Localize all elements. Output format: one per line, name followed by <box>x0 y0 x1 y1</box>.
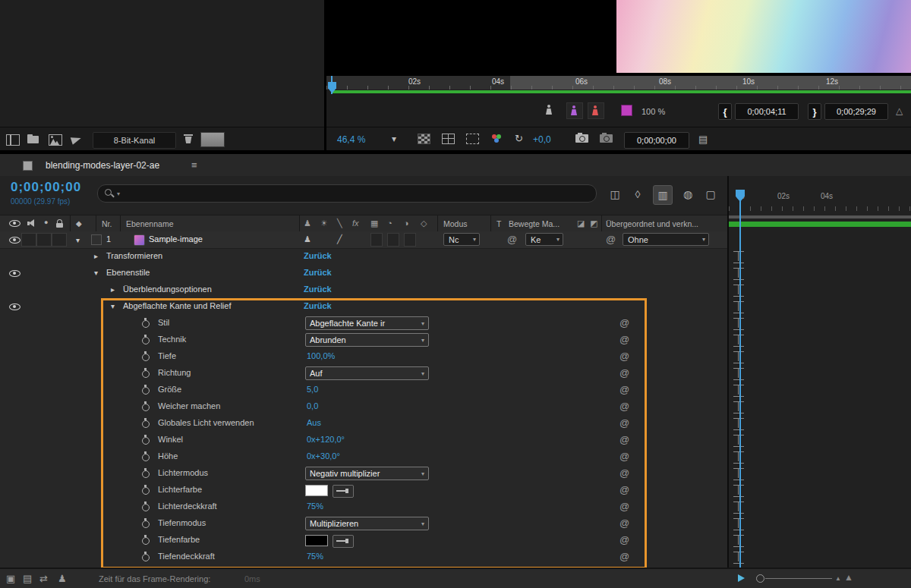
opacity-readout[interactable]: 100 % <box>641 107 665 116</box>
toggle-inout-pane-icon[interactable]: ⇄ <box>39 573 48 584</box>
property-dropdown[interactable]: Abgeflachte Kante ir▾ <box>305 316 429 330</box>
property-value[interactable]: 0,0 <box>307 401 318 410</box>
workspace-panel-icon[interactable] <box>6 134 20 146</box>
shy-column-icon[interactable]: ♟ <box>304 219 311 228</box>
solo-column-icon[interactable]: ● <box>44 219 48 226</box>
group-visibility-eye-icon[interactable] <box>9 303 20 310</box>
stopwatch-icon[interactable] <box>141 385 150 395</box>
show-snapshot-icon[interactable] <box>600 134 613 143</box>
expand-chevron-icon[interactable]: ▸ <box>94 252 98 260</box>
in-brace-button[interactable]: { <box>718 103 732 120</box>
switch-cell[interactable] <box>387 233 399 247</box>
stopwatch-icon[interactable] <box>141 418 150 429</box>
pickwhip-icon[interactable]: @ <box>619 434 629 445</box>
motion-blur-column-icon[interactable]: ◔ <box>387 219 392 228</box>
pickwhip-icon[interactable]: @ <box>619 384 629 395</box>
property-value[interactable]: 5,0 <box>307 385 318 394</box>
region-of-interest-icon[interactable] <box>466 134 479 144</box>
panel-menu-icon[interactable]: ≡ <box>191 159 197 171</box>
pickwhip-icon[interactable]: @ <box>619 351 629 362</box>
expand-chevron-icon[interactable]: ▾ <box>94 269 98 277</box>
delta-icon[interactable]: △ <box>896 105 903 116</box>
quick-preview-icon[interactable] <box>71 134 82 145</box>
draft-3d-icon[interactable]: ◊ <box>629 185 647 203</box>
layer-visibility-eye-icon[interactable] <box>9 237 20 244</box>
toggle-switches-pane-icon[interactable]: ▣ <box>6 573 15 584</box>
switch-cell[interactable] <box>370 233 383 247</box>
stopwatch-icon[interactable] <box>141 401 150 412</box>
collapse-column-icon[interactable]: ☀ <box>320 219 328 228</box>
current-time-field[interactable]: 0;00;00;00 <box>624 132 689 149</box>
reset-link[interactable]: Zurück <box>304 285 332 294</box>
quality-column-icon[interactable]: ╲ <box>337 219 342 228</box>
adjustment-column-icon[interactable]: ◑ <box>404 219 409 228</box>
timeline-zoom-slider[interactable] <box>765 578 832 579</box>
stopwatch-icon[interactable] <box>141 535 150 546</box>
property-value[interactable]: 0x+30,0° <box>307 451 340 461</box>
toggle-switches-columns-icon[interactable]: ▥ <box>653 185 673 205</box>
trash-icon[interactable] <box>184 134 193 143</box>
layer-row[interactable]: ▾ 1 Sample-image ♟ ╱ Nc ▾ @ Ke ▾ @ Ohne … <box>0 231 727 249</box>
track-matte-icon[interactable]: ◪ <box>577 219 585 228</box>
frame-blend-column-icon[interactable]: ▦ <box>370 219 378 228</box>
layer-expand-chevron-icon[interactable]: ▾ <box>76 236 80 244</box>
exposure-readout[interactable]: +0,0 <box>533 134 551 145</box>
fx-column-icon[interactable]: fx <box>352 219 359 228</box>
pickwhip-icon[interactable]: @ <box>619 534 629 546</box>
expand-chevron-icon[interactable]: ▸ <box>111 285 115 294</box>
property-value[interactable]: 0x+120,0° <box>307 435 345 444</box>
pickwhip-icon[interactable]: @ <box>619 517 629 529</box>
timeline-current-time[interactable]: 0;00;00;00 <box>11 180 81 195</box>
pickwhip-icon[interactable]: @ <box>619 451 629 462</box>
property-dropdown[interactable]: Auf▾ <box>305 366 429 380</box>
pickwhip-icon[interactable]: @ <box>619 401 629 412</box>
property-dropdown[interactable]: Negativ multiplizier▾ <box>305 467 429 480</box>
take-snapshot-icon[interactable] <box>575 134 588 143</box>
label-column-icon[interactable]: ◆ <box>76 219 82 228</box>
stopwatch-icon[interactable] <box>141 485 150 495</box>
group-label[interactable]: Ebenenstile <box>106 268 150 277</box>
blend-mode-dropdown[interactable]: Nc ▾ <box>443 233 480 246</box>
search-input[interactable]: ▾ <box>97 184 597 203</box>
transparency-grid-icon[interactable] <box>418 134 430 144</box>
background-color-swatch[interactable] <box>200 132 225 147</box>
preserve-transparency-icon[interactable]: ◩ <box>590 219 597 228</box>
frame-blending-icon[interactable]: ◍ <box>679 185 697 203</box>
pickwhip-icon[interactable]: @ <box>619 334 629 345</box>
stopwatch-icon[interactable] <box>141 502 150 512</box>
column-track-matte[interactable]: Bewegte Ma... <box>509 219 560 228</box>
pickwhip-icon[interactable]: @ <box>619 467 629 479</box>
matte-pickwhip-icon[interactable]: @ <box>507 234 517 245</box>
mini-flowchart-icon[interactable]: ◫ <box>606 185 624 203</box>
group-label[interactable]: Überblendungsoptionen <box>123 285 212 294</box>
zoom-readout[interactable]: 46,4 % <box>337 134 365 145</box>
reset-link[interactable]: Zurück <box>304 301 332 310</box>
column-mode[interactable]: Modus <box>443 219 468 228</box>
column-t[interactable]: T <box>496 219 501 228</box>
pickwhip-icon[interactable]: @ <box>619 484 629 495</box>
property-dropdown[interactable]: Abrunden▾ <box>305 333 429 347</box>
pickwhip-icon[interactable]: @ <box>619 417 629 429</box>
stopwatch-icon[interactable] <box>141 435 150 445</box>
property-value[interactable]: Aus <box>307 418 321 427</box>
lock-column-icon[interactable] <box>56 219 63 228</box>
preview-person-icon[interactable] <box>545 105 553 115</box>
stopwatch-icon[interactable] <box>141 518 150 529</box>
stopwatch-icon[interactable] <box>141 318 150 329</box>
parent-pickwhip-icon[interactable]: @ <box>606 234 616 245</box>
audio-cell[interactable] <box>21 233 36 247</box>
bit-depth-button[interactable]: 8-Bit-Kanal <box>93 132 176 149</box>
pickwhip-icon[interactable]: @ <box>619 367 629 379</box>
channel-color-icon[interactable] <box>492 134 496 139</box>
safe-areas-icon[interactable] <box>442 134 455 144</box>
pickwhip-icon[interactable]: @ <box>619 551 629 562</box>
motion-blur-icon[interactable]: ▢ <box>701 185 720 203</box>
property-value[interactable]: 100,0% <box>307 351 335 360</box>
reset-exposure-icon[interactable]: ↻ <box>515 133 523 144</box>
stopwatch-icon[interactable] <box>141 552 150 562</box>
layer-quality-switch[interactable]: ╱ <box>337 234 342 244</box>
audio-column-icon[interactable] <box>27 219 36 228</box>
label-color-swatch[interactable] <box>621 105 632 116</box>
reset-link[interactable]: Zurück <box>304 251 332 260</box>
timeline-tab-title[interactable]: blending-modes-layer-02-ae <box>46 160 159 171</box>
